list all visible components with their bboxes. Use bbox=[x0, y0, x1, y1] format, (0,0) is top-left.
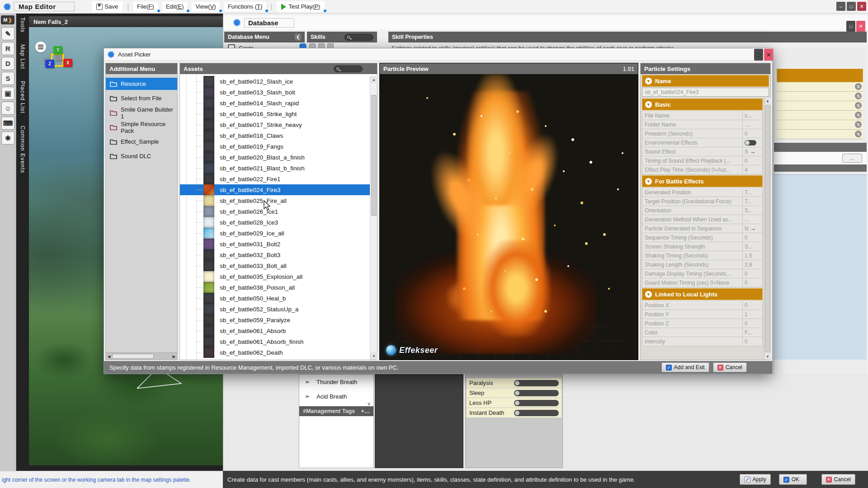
property-row[interactable]: ⇅ bbox=[777, 120, 863, 130]
add-and-exit-button[interactable]: ✓ Add and Exit bbox=[661, 362, 709, 372]
settings-row[interactable]: Color F... → bbox=[642, 328, 763, 337]
settings-row[interactable]: Timing of Sound Effect Playback (... 0 → bbox=[642, 156, 763, 165]
settings-row[interactable]: Position Z 0 → bbox=[642, 319, 763, 328]
asset-row[interactable]: sb_ef_battle035_Explosion_all bbox=[180, 271, 377, 282]
settings-row[interactable]: Shaking Length (Seconds) 2.8 → bbox=[642, 260, 763, 269]
axis-y[interactable]: Y bbox=[53, 46, 62, 54]
settings-row[interactable]: Particle Generated in Sequence N → bbox=[642, 224, 763, 233]
settings-row[interactable]: Sound Effect S → bbox=[642, 147, 763, 156]
particle-preview-viewport[interactable]: Effekseer bbox=[380, 74, 638, 360]
spinner-icon[interactable]: ⇅ bbox=[855, 93, 862, 99]
menu-horizontal-scrollbar[interactable]: ◀ ▶ bbox=[106, 352, 177, 360]
asset-row[interactable]: sb_ef_battle061_Absorb_finish bbox=[180, 336, 377, 347]
asset-row[interactable]: sb_ef_battle016_Strike_light bbox=[180, 108, 377, 119]
menu-resource[interactable]: Resource bbox=[106, 78, 177, 90]
state-toggle[interactable] bbox=[514, 400, 559, 406]
settings-value[interactable]: 0 → bbox=[742, 269, 762, 278]
asset-row[interactable]: sb_ef_battle025_Fire_all bbox=[180, 195, 377, 206]
scroll-left-icon[interactable]: ◀ bbox=[106, 353, 112, 360]
state-row[interactable]: Instant Death bbox=[467, 408, 561, 418]
spinner-icon[interactable]: ⇅ bbox=[855, 112, 862, 118]
asset-row[interactable]: sb_ef_battle012_Slash_ice bbox=[180, 76, 377, 87]
settings-value[interactable]: S... → bbox=[742, 206, 762, 215]
settings-row[interactable]: Generation Method When Used as... ... → bbox=[642, 215, 763, 224]
asset-row[interactable]: sb_ef_battle022_Fire1 bbox=[180, 174, 377, 184]
asset-row[interactable]: sb_ef_battle059_Paralyze bbox=[180, 314, 377, 325]
asset-row[interactable]: sb_ef_battle031_Bolt2 bbox=[180, 239, 377, 249]
test-play-button[interactable]: Test Play(P) bbox=[277, 1, 325, 12]
tab-tools[interactable]: Tools bbox=[19, 17, 26, 33]
settings-row[interactable]: Position Y 1 → bbox=[642, 310, 763, 319]
menu-simple-resource-pack[interactable]: Simple Resource Pack bbox=[106, 121, 177, 133]
close-button[interactable]: ✕ bbox=[764, 49, 773, 61]
maximize-button[interactable]: □ bbox=[846, 21, 855, 32]
settings-row[interactable]: Intensity 0 → bbox=[642, 337, 763, 346]
settings-value[interactable]: T... → bbox=[742, 197, 762, 206]
settings-value[interactable]: .... → bbox=[742, 120, 762, 129]
assets-search-input[interactable] bbox=[334, 66, 363, 72]
settings-value[interactable]: T... → bbox=[742, 188, 762, 197]
database-icon[interactable]: D bbox=[1, 57, 14, 70]
dialog-titlebar[interactable]: Asset Picker □ ✕ bbox=[104, 48, 772, 61]
menu-effect-sample[interactable]: Effect_Sample bbox=[106, 136, 177, 148]
map-edit-icon[interactable]: ✎ bbox=[1, 27, 14, 40]
maximize-button[interactable]: □ bbox=[754, 49, 763, 61]
settings-row[interactable]: Sequence Timing (Seconds) 0 → bbox=[642, 233, 763, 242]
settings-row[interactable]: Effect Play Time (Seconds) 0=Aut... 4 → bbox=[642, 165, 763, 174]
settings-value[interactable]: 2.8 → bbox=[742, 260, 762, 269]
asset-row[interactable]: sb_ef_battle062_Death bbox=[180, 347, 377, 358]
property-row[interactable]: ⇅ bbox=[777, 130, 863, 139]
state-toggle[interactable] bbox=[514, 390, 559, 396]
settings-row[interactable]: File Name s... → bbox=[642, 111, 763, 120]
asset-row[interactable]: sb_ef_battle029_Ice_all bbox=[180, 228, 377, 239]
toggle-switch[interactable] bbox=[745, 140, 756, 145]
settings-row[interactable]: Prewarm (Seconds) 0 → bbox=[642, 129, 763, 138]
dialog-cancel-button[interactable]: ✕ Cancel bbox=[713, 362, 747, 372]
character-icon[interactable]: ☺ bbox=[1, 102, 14, 115]
spinner-icon[interactable]: ⇅ bbox=[855, 102, 862, 109]
asset-row[interactable]: sb_ef_battle038_Poison_all bbox=[180, 282, 377, 293]
settings-value[interactable]: 0 → bbox=[742, 278, 762, 287]
asset-row[interactable]: sb_ef_battle017_Strike_heavy bbox=[180, 119, 377, 130]
menu-smile-game-builder-1[interactable]: Smile Game Builder 1 bbox=[106, 107, 177, 119]
expand-palette-button[interactable]: M ❱ bbox=[1, 15, 14, 24]
tab-map-list[interactable]: Map List bbox=[19, 44, 26, 69]
tab-placed-list[interactable]: Placed List bbox=[19, 81, 26, 113]
section-header[interactable]: ▼ For Battle Effects bbox=[642, 175, 763, 187]
spinner-icon[interactable]: ⇅ bbox=[855, 121, 862, 128]
settings-value[interactable]: s... → bbox=[742, 111, 762, 120]
settings-row[interactable]: Guard Motion Timing (sec) 0=None 0 → bbox=[642, 278, 763, 287]
currency-icon[interactable]: S bbox=[1, 72, 14, 85]
settings-row[interactable]: Generated Position T... → bbox=[642, 188, 763, 197]
asset-row[interactable]: sb_ef_battle026_Ice1 bbox=[180, 206, 377, 217]
section-header[interactable]: ▼ Basic bbox=[642, 99, 763, 110]
menu-edit[interactable]: Edit(E) bbox=[162, 2, 188, 11]
menu-sound-dlc[interactable]: Sound DLC bbox=[106, 150, 177, 162]
input-icon[interactable]: ⌨ bbox=[1, 117, 14, 130]
minimize-button[interactable]: – bbox=[836, 2, 845, 11]
settings-value[interactable]: → bbox=[742, 138, 762, 147]
settings-value[interactable]: 1 → bbox=[742, 310, 762, 319]
skill-acid-breath[interactable]: ➣ Acid Breath bbox=[299, 389, 373, 404]
asset-row[interactable]: sb_ef_battle052_StatusUp_a bbox=[180, 304, 377, 314]
settings-value[interactable]: 1.5 → bbox=[742, 251, 762, 260]
axis-z[interactable]: Z bbox=[45, 60, 54, 68]
assets-scrollbar[interactable]: ▲ ▼ bbox=[370, 76, 377, 360]
property-row[interactable]: ⇅ bbox=[777, 111, 863, 120]
close-button[interactable]: ✕ bbox=[856, 21, 865, 32]
close-button[interactable]: ✕ bbox=[857, 2, 866, 11]
settings-value[interactable]: 4 → bbox=[742, 165, 762, 174]
settings-value[interactable]: 0 → bbox=[742, 319, 762, 328]
state-toggle[interactable] bbox=[514, 380, 559, 386]
state-row[interactable]: Sleep bbox=[467, 388, 561, 398]
settings-value[interactable]: S... → bbox=[742, 242, 762, 251]
asset-row[interactable]: sb_ef_battle014_Slash_rapid bbox=[180, 98, 377, 108]
asset-row[interactable]: sb_ef_battle020_Blast_a_finish bbox=[180, 152, 377, 163]
settings-value[interactable]: 0 → bbox=[742, 129, 762, 138]
asset-row[interactable]: sb_ef_battle018_Claws bbox=[180, 130, 377, 141]
state-row[interactable]: Less HP bbox=[467, 398, 561, 408]
settings-value[interactable]: F... → bbox=[742, 328, 762, 337]
menu-functions[interactable]: Functions (T) bbox=[224, 2, 266, 11]
property-row[interactable]: ⇅ bbox=[777, 82, 863, 92]
settings-row[interactable]: Folder Name .... → bbox=[642, 120, 763, 129]
